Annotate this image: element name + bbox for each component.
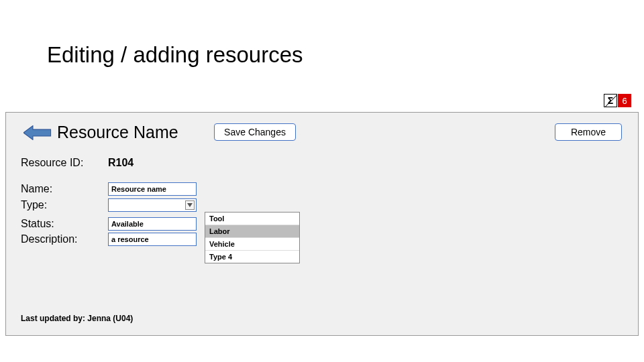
label-resource-id: Resource ID: [21,157,108,169]
type-dropdown-list[interactable]: Tool Labor Vehicle Type 4 [205,212,300,263]
name-input[interactable] [108,182,197,196]
svg-marker-0 [23,126,51,140]
value-resource-id: R104 [108,157,133,169]
sigma-icon: Σ [604,94,617,107]
type-option-type4[interactable]: Type 4 [205,251,299,263]
row-resource-id: Resource ID: R104 [21,157,133,169]
svg-marker-1 [187,203,193,207]
row-type: Type: [21,198,197,212]
row-status: Status: [21,217,197,231]
chevron-down-icon[interactable] [185,200,195,210]
type-option-labor[interactable]: Labor [205,225,299,238]
back-arrow-icon[interactable] [23,125,52,140]
row-name: Name: [21,182,197,196]
resource-panel: Σ 6 Resource Name Save Changes Remove Re… [5,112,639,336]
type-select[interactable] [108,198,197,212]
status-input[interactable] [108,217,197,231]
label-status: Status: [21,218,108,230]
popup-indicator: Σ 6 [604,94,631,107]
remove-button[interactable]: Remove [555,123,622,141]
popup-count-badge: 6 [618,94,631,107]
type-option-vehicle[interactable]: Vehicle [205,238,299,251]
page-title: Editing / adding resources [47,42,303,68]
label-description: Description: [21,233,108,245]
label-name: Name: [21,183,108,195]
row-description: Description: [21,233,197,246]
resource-heading: Resource Name [57,123,178,142]
save-button[interactable]: Save Changes [214,123,296,141]
type-option-tool[interactable]: Tool [205,213,299,225]
description-input[interactable] [108,233,197,246]
label-type: Type: [21,199,108,211]
last-updated-by: Last updated by: Jenna (U04) [21,314,133,323]
